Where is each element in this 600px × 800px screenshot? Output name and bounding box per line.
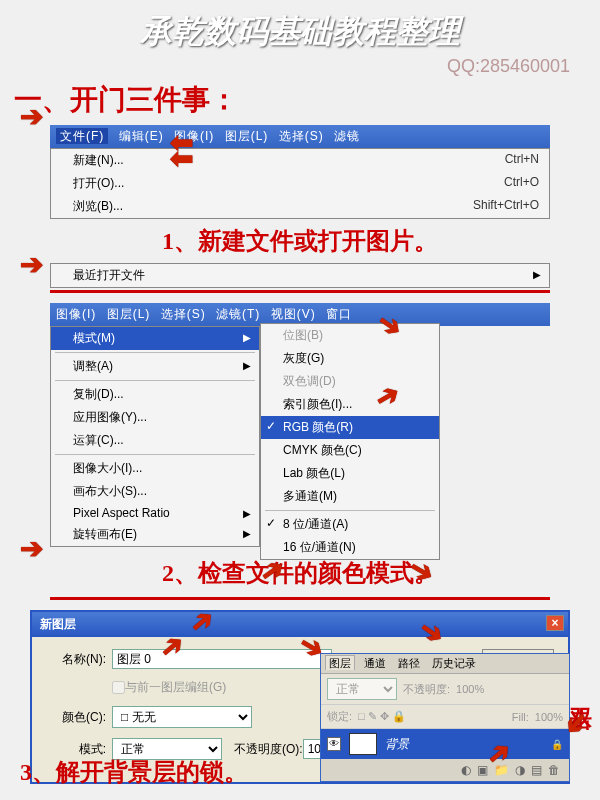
menu-item-duplicate[interactable]: 复制(D)... — [51, 383, 259, 406]
layer-background[interactable]: 👁 背景 🔒 — [321, 729, 569, 759]
visibility-icon[interactable]: 👁 — [327, 737, 341, 751]
tab-layers[interactable]: 图层 — [325, 655, 355, 670]
close-icon[interactable]: × — [546, 615, 564, 631]
mode-submenu: 位图(B) 灰度(G) 双色调(D) 索引颜色(I)... ✓RGB 颜色(R)… — [260, 323, 440, 560]
menu-item-calc[interactable]: 运算(C)... — [51, 429, 259, 452]
step-3: 3、解开背景层的锁。 — [20, 756, 248, 788]
menu-item-rotate[interactable]: 旋转画布(E)▶ — [51, 523, 259, 546]
menu-file[interactable]: 文件(F) — [56, 128, 108, 144]
divider-2 — [50, 597, 550, 600]
mode-cmyk[interactable]: CMYK 颜色(C) — [261, 439, 439, 462]
menu-filter-2[interactable]: 滤镜(T) — [216, 307, 260, 321]
menu-layer-2[interactable]: 图层(L) — [107, 307, 151, 321]
layer-thumb[interactable] — [349, 733, 377, 755]
mode-multichannel[interactable]: 多通道(M) — [261, 485, 439, 508]
menu-image[interactable]: 图像(I) — [174, 129, 214, 143]
mode-8bit[interactable]: ✓8 位/通道(A) — [261, 513, 439, 536]
step-1: 1、新建文件或打开图片。 — [0, 219, 600, 263]
menu-filter[interactable]: 滤镜 — [334, 129, 360, 143]
file-dropdown: 新建(N)...Ctrl+N 打开(O)...Ctrl+O 浏览(B)...Sh… — [50, 148, 550, 219]
color-select[interactable]: □ 无无 — [112, 706, 252, 728]
mode-indexed[interactable]: 索引颜色(I)... — [261, 393, 439, 416]
divider — [50, 290, 550, 293]
blend-select: 正常 — [327, 678, 397, 700]
menu-window-2[interactable]: 窗口 — [326, 307, 352, 321]
mode-rgb[interactable]: ✓RGB 颜色(R) — [261, 416, 439, 439]
color-label: 颜色(C): — [46, 709, 106, 726]
menu-select[interactable]: 选择(S) — [279, 129, 324, 143]
menu-image-2[interactable]: 图像(I) — [56, 307, 96, 321]
section-heading: 一、开门三件事： — [0, 77, 600, 125]
menu-view-2[interactable]: 视图(V) — [271, 307, 316, 321]
name-label: 名称(N): — [46, 651, 106, 668]
panel-tabs[interactable]: 图层 通道 路径 历史记录 — [321, 654, 569, 674]
menu-layer[interactable]: 图层(L) — [225, 129, 269, 143]
group-checkbox — [112, 681, 125, 694]
tab-paths[interactable]: 路径 — [395, 656, 423, 670]
group-label: 与前一图层编组(G) — [125, 679, 226, 696]
menu-item-adjust[interactable]: 调整(A)▶ — [51, 355, 259, 378]
menu-select-2[interactable]: 选择(S) — [161, 307, 206, 321]
mode-bitmap: 位图(B) — [261, 324, 439, 347]
qq-contact: QQ:285460001 — [0, 56, 600, 77]
menu-item-canvsize[interactable]: 画布大小(S)... — [51, 480, 259, 503]
menu-item-imgsize[interactable]: 图像大小(I)... — [51, 457, 259, 480]
menu-item-browse[interactable]: 浏览(B)...Shift+Ctrl+O — [51, 195, 549, 218]
mode-16bit[interactable]: 16 位/通道(N) — [261, 536, 439, 559]
menu-item-recent[interactable]: 最近打开文件▶ — [51, 264, 549, 287]
image-dropdown: 模式(M)▶ 调整(A)▶ 复制(D)... 应用图像(Y)... 运算(C).… — [50, 326, 260, 547]
mode-grayscale[interactable]: 灰度(G) — [261, 347, 439, 370]
opacity-label: 不透明度(O): — [234, 741, 303, 758]
mode-lab[interactable]: Lab 颜色(L) — [261, 462, 439, 485]
layers-panel[interactable]: 图层 通道 路径 历史记录 正常不透明度:100% 锁定:□ ✎ ✥ 🔒Fill… — [320, 653, 570, 782]
menu-item-mode[interactable]: 模式(M)▶ — [51, 327, 259, 350]
panel-footer[interactable]: ◐▣📁◑▤🗑 — [321, 759, 569, 781]
lock-icon: 🔒 — [551, 739, 563, 750]
menu-item-par[interactable]: Pixel Aspect Ratio▶ — [51, 503, 259, 523]
menu-item-open[interactable]: 打开(O)...Ctrl+O — [51, 172, 549, 195]
menu-item-new[interactable]: 新建(N)...Ctrl+N — [51, 149, 549, 172]
mode-label: 模式: — [46, 741, 106, 758]
layer-name-input[interactable] — [112, 649, 332, 669]
tab-channels[interactable]: 通道 — [361, 656, 389, 670]
menu-edit[interactable]: 编辑(E) — [119, 129, 164, 143]
layer-name: 背景 — [385, 736, 409, 753]
menu-item-apply[interactable]: 应用图像(Y)... — [51, 406, 259, 429]
tutorial-title: 承乾数码基础教程整理 — [0, 0, 600, 56]
mode-duotone: 双色调(D) — [261, 370, 439, 393]
dialog-titlebar[interactable]: 新图层× — [32, 612, 568, 637]
menubar-1[interactable]: 文件(F) 编辑(E) 图像(I) 图层(L) 选择(S) 滤镜 — [50, 125, 550, 148]
tab-history[interactable]: 历史记录 — [429, 656, 479, 670]
